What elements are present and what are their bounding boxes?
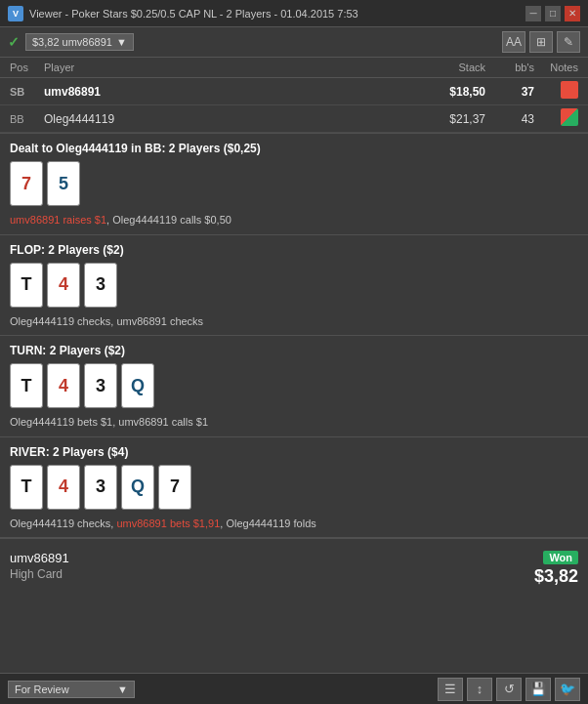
notes-header: Notes [534, 62, 578, 73]
summary-player-info: umv86891 High Card [10, 551, 69, 581]
river-action-part3: , Oleg4444119 folds [220, 518, 315, 529]
summary-result: Won $3,82 [534, 551, 578, 587]
deal-card-2: 5 [47, 161, 80, 206]
bottom-toolbar: For Review ▼ ☰ ↕ ↺ 💾 🐦 [0, 673, 588, 704]
flop-section: FLOP: 2 Players ($2) T 4 3 Oleg4444119 c… [0, 235, 588, 337]
player-stack-sb: $18,50 [407, 85, 485, 99]
review-dropdown-icon: ▼ [117, 683, 128, 695]
toolbar: ✓ $3,82 umv86891 ▼ AA ⊞ ✎ [0, 27, 588, 58]
turn-section: TURN: 2 Players ($2) T 4 3 Q Oleg4444119… [0, 336, 588, 437]
river-card-2: 4 [47, 465, 80, 510]
note-icon-bb[interactable] [561, 108, 578, 126]
river-cards: T 4 3 Q 7 [10, 465, 578, 510]
pos-header: Pos [10, 62, 44, 73]
close-button[interactable]: ✕ [565, 6, 580, 21]
turn-cards: T 4 3 Q [10, 363, 578, 408]
title-bar: V Viewer - Poker Stars $0.25/0.5 CAP NL … [0, 0, 588, 27]
hand-selector-text: $3,82 umv86891 [32, 36, 112, 48]
stack-header: Stack [407, 62, 485, 73]
flop-cards: T 4 3 [10, 263, 578, 308]
player-notes-sb [534, 81, 578, 102]
flop-card-1: T [10, 263, 43, 308]
minimize-button[interactable]: ─ [525, 6, 541, 21]
turn-title: TURN: 2 Players ($2) [10, 344, 578, 357]
player-stack-bb: $21,37 [407, 112, 485, 126]
deal-action-normal: , Oleg4444119 calls $0,50 [106, 214, 231, 226]
deal-action: umv86891 raises $1, Oleg4444119 calls $0… [10, 212, 578, 228]
turn-action: Oleg4444119 bets $1, umv86891 calls $1 [10, 414, 578, 431]
player-table-header: Pos Player Stack bb's Notes [0, 58, 588, 78]
turn-card-3: 3 [84, 363, 117, 408]
turn-card-1: T [10, 363, 43, 408]
title-bar-controls: ─ □ ✕ [525, 6, 580, 21]
aa-button[interactable]: AA [502, 31, 525, 53]
won-badge: Won [543, 551, 578, 564]
maximize-button[interactable]: □ [545, 6, 561, 21]
player-row-bb: BB Oleg4444119 $21,37 43 [0, 105, 588, 133]
summary-section: umv86891 High Card Won $3,82 [0, 539, 588, 617]
bbs-header: bb's [485, 62, 534, 73]
river-section: RIVER: 2 Players ($4) T 4 3 Q 7 Oleg4444… [0, 437, 588, 539]
river-title: RIVER: 2 Players ($4) [10, 445, 578, 459]
flop-action: Oleg4444119 checks, umv86891 checks [10, 313, 578, 330]
review-selector[interactable]: For Review ▼ [8, 681, 135, 698]
deal-cards: 7 5 [10, 161, 578, 206]
dropdown-arrow-icon: ▼ [116, 36, 127, 48]
river-card-1: T [10, 465, 43, 510]
player-header: Player [44, 62, 407, 73]
summary-hand: High Card [10, 567, 69, 581]
deal-title: Dealt to Oleg4444119 in BB: 2 Players ($… [10, 142, 578, 155]
flop-card-3: 3 [84, 263, 117, 308]
summary-player: umv86891 High Card Won $3,82 [10, 551, 578, 587]
hand-selector[interactable]: $3,82 umv86891 ▼ [25, 33, 134, 51]
deal-action-red: umv86891 raises $1 [10, 214, 106, 226]
flop-title: FLOP: 2 Players ($2) [10, 243, 578, 257]
review-label: For Review [15, 683, 69, 695]
player-bbs-sb: 37 [485, 85, 534, 99]
player-row-sb: SB umv86891 $18,50 37 [0, 78, 588, 105]
player-name-bb: Oleg4444119 [44, 112, 407, 126]
turn-card-2: 4 [47, 363, 80, 408]
deal-card-1: 7 [10, 161, 43, 206]
grid-button[interactable]: ⊞ [529, 31, 553, 53]
toolbar-right: AA ⊞ ✎ [502, 31, 580, 53]
viewer-icon: V [8, 6, 23, 21]
checkmark-icon: ✓ [8, 34, 20, 50]
summary-player-name: umv86891 [10, 551, 69, 565]
share-button[interactable]: 🐦 [555, 678, 580, 701]
player-bbs-bb: 43 [485, 112, 534, 126]
list-button[interactable]: ☰ [438, 678, 463, 701]
river-card-5: 7 [158, 465, 191, 510]
player-name-sb: umv86891 [44, 85, 407, 99]
sort-button[interactable]: ↕ [467, 678, 492, 701]
player-pos-bb: BB [10, 113, 44, 125]
river-action-part1: Oleg4444119 checks, [10, 518, 116, 529]
deal-section: Dealt to Oleg4444119 in BB: 2 Players ($… [0, 134, 588, 235]
title-bar-left: V Viewer - Poker Stars $0.25/0.5 CAP NL … [8, 6, 358, 21]
save-button[interactable]: 💾 [525, 678, 551, 701]
river-card-4: Q [121, 465, 154, 510]
turn-action-normal: Oleg4444119 bets $1, umv86891 calls $1 [10, 416, 208, 428]
edit-button[interactable]: ✎ [557, 31, 580, 53]
river-action-red: umv86891 bets $1,91 [116, 518, 220, 529]
player-pos-sb: SB [10, 86, 44, 98]
bottom-buttons: ☰ ↕ ↺ 💾 🐦 [438, 678, 580, 701]
summary-amount: $3,82 [534, 566, 578, 587]
note-icon-sb[interactable] [561, 81, 578, 99]
refresh-button[interactable]: ↺ [496, 678, 522, 701]
river-card-3: 3 [84, 465, 117, 510]
river-action: Oleg4444119 checks, umv86891 bets $1,91,… [10, 516, 578, 532]
turn-card-4: Q [121, 363, 154, 408]
title-bar-text: Viewer - Poker Stars $0.25/0.5 CAP NL - … [29, 8, 358, 20]
player-notes-bb [534, 108, 578, 129]
flop-card-2: 4 [47, 263, 80, 308]
